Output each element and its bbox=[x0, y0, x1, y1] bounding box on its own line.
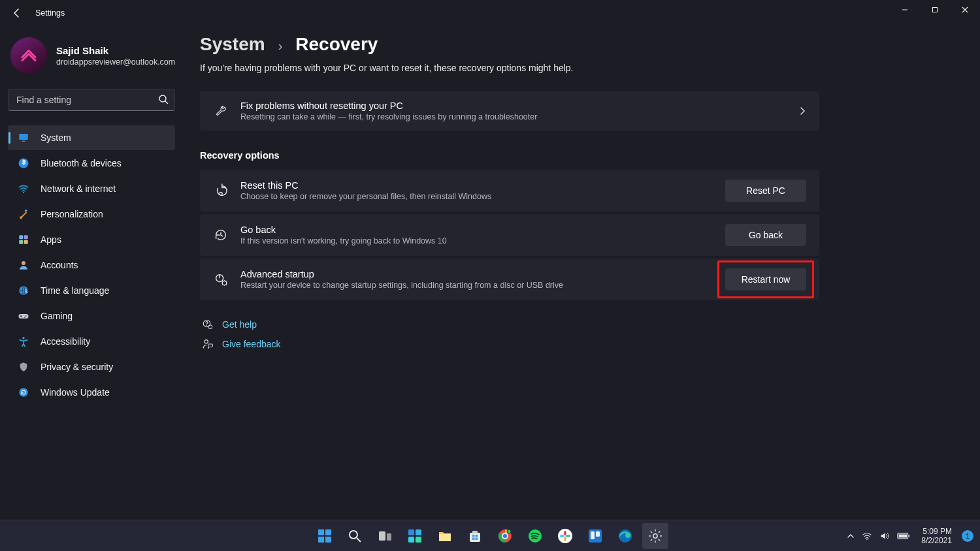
sidebar-item-label: Apps bbox=[41, 234, 61, 245]
svg-rect-37 bbox=[408, 529, 414, 535]
svg-rect-9 bbox=[19, 235, 23, 239]
feedback-label: Give feedback bbox=[222, 339, 281, 349]
svg-point-51 bbox=[507, 529, 511, 533]
main-content: System › Recovery If you're having probl… bbox=[200, 34, 840, 350]
sidebar-item-apps[interactable]: Apps bbox=[8, 227, 175, 252]
display-icon bbox=[17, 131, 30, 144]
page-title: Recovery bbox=[295, 34, 378, 55]
svg-rect-41 bbox=[439, 534, 451, 541]
svg-point-62 bbox=[653, 533, 657, 537]
svg-point-17 bbox=[24, 317, 25, 318]
svg-point-26 bbox=[208, 325, 212, 329]
svg-point-18 bbox=[22, 337, 24, 339]
sidebar-item-label: Time & language bbox=[41, 285, 109, 296]
globe-icon bbox=[17, 284, 30, 297]
svg-rect-38 bbox=[416, 529, 421, 535]
nav: SystemBluetooth & devicesNetwork & inter… bbox=[8, 125, 175, 405]
svg-point-25 bbox=[206, 325, 207, 326]
breadcrumb: System › Recovery bbox=[200, 34, 840, 55]
advanced-title: Advanced startup bbox=[240, 269, 563, 279]
edge-button[interactable] bbox=[612, 523, 638, 549]
notification-badge[interactable]: 1 bbox=[962, 530, 973, 542]
volume-icon[interactable] bbox=[879, 531, 890, 541]
slack-button[interactable] bbox=[552, 523, 578, 549]
sidebar-item-gaming[interactable]: Gaming bbox=[8, 304, 175, 328]
svg-point-16 bbox=[25, 315, 27, 317]
svg-rect-39 bbox=[408, 537, 414, 543]
reset-pc-button[interactable]: Reset PC bbox=[725, 180, 806, 202]
tray-overflow-icon[interactable] bbox=[847, 532, 855, 540]
svg-line-3 bbox=[165, 101, 168, 104]
maximize-button[interactable] bbox=[920, 0, 950, 20]
accessibility-icon bbox=[17, 335, 30, 348]
svg-rect-11 bbox=[19, 240, 23, 244]
history-icon bbox=[213, 227, 229, 243]
sidebar-item-bluetooth-devices[interactable]: Bluetooth & devices bbox=[8, 151, 175, 176]
sidebar-item-label: Accessibility bbox=[41, 336, 90, 347]
sidebar-item-network-internet[interactable]: Network & internet bbox=[8, 176, 175, 201]
sidebar: Sajid Shaik droidappsreviewer@outlook.co… bbox=[0, 27, 183, 405]
get-help-link[interactable]: Get help bbox=[200, 319, 840, 330]
bluetooth-icon bbox=[17, 157, 30, 170]
settings-taskbar-button[interactable] bbox=[642, 523, 668, 549]
gamepad-icon bbox=[17, 309, 30, 323]
spotify-button[interactable] bbox=[522, 523, 548, 549]
sidebar-item-label: Accounts bbox=[41, 260, 78, 270]
sidebar-item-system[interactable]: System bbox=[8, 125, 175, 150]
advanced-desc: Restart your device to change startup se… bbox=[240, 281, 563, 290]
sidebar-item-privacy-security[interactable]: Privacy & security bbox=[8, 354, 175, 379]
svg-point-27 bbox=[204, 340, 208, 343]
sidebar-item-time-language[interactable]: Time & language bbox=[8, 278, 175, 303]
svg-rect-5 bbox=[22, 141, 25, 142]
svg-rect-1 bbox=[933, 8, 938, 12]
svg-rect-12 bbox=[24, 240, 28, 244]
give-feedback-link[interactable]: Give feedback bbox=[200, 338, 840, 350]
svg-rect-47 bbox=[476, 537, 478, 540]
svg-rect-28 bbox=[208, 344, 213, 347]
fix-card-desc: Resetting can take a while — first, try … bbox=[240, 112, 537, 121]
task-view-button[interactable] bbox=[372, 523, 398, 549]
sidebar-item-label: Privacy & security bbox=[41, 362, 113, 372]
microsoft-store-button[interactable] bbox=[462, 523, 488, 549]
chevron-right-icon bbox=[798, 107, 806, 115]
reset-this-pc-row: Reset this PC Choose to keep or remove y… bbox=[200, 170, 819, 212]
sidebar-item-windows-update[interactable]: Windows Update bbox=[8, 380, 175, 405]
start-button[interactable] bbox=[312, 523, 338, 549]
minimize-button[interactable] bbox=[890, 0, 920, 20]
account-block[interactable]: Sajid Shaik droidappsreviewer@outlook.co… bbox=[8, 34, 175, 77]
sidebar-item-personalization[interactable]: Personalization bbox=[8, 202, 175, 227]
reset-title: Reset this PC bbox=[240, 180, 491, 191]
taskbar-search-button[interactable] bbox=[342, 523, 368, 549]
close-button[interactable] bbox=[950, 0, 980, 20]
shield-icon bbox=[17, 360, 30, 373]
search-input[interactable] bbox=[8, 89, 175, 111]
window-title: Settings bbox=[35, 8, 65, 18]
trello-button[interactable] bbox=[582, 523, 608, 549]
restart-now-button[interactable]: Restart now bbox=[725, 268, 806, 291]
back-button[interactable] bbox=[10, 7, 24, 20]
brush-icon bbox=[17, 208, 30, 221]
reset-icon bbox=[213, 183, 229, 198]
sidebar-item-accessibility[interactable]: Accessibility bbox=[8, 329, 175, 354]
go-back-row: Go back If this version isn't working, t… bbox=[200, 214, 819, 256]
svg-rect-43 bbox=[472, 531, 478, 533]
titlebar: Settings bbox=[0, 0, 980, 26]
sidebar-item-accounts[interactable]: Accounts bbox=[8, 253, 175, 277]
svg-point-50 bbox=[503, 533, 507, 537]
widgets-button[interactable] bbox=[402, 523, 428, 549]
go-back-button[interactable]: Go back bbox=[725, 224, 806, 246]
breadcrumb-parent[interactable]: System bbox=[200, 34, 265, 55]
battery-icon[interactable] bbox=[897, 531, 910, 541]
power-gear-icon bbox=[213, 272, 229, 287]
page-subtitle: If you're having problems with your PC o… bbox=[200, 63, 840, 73]
wifi-icon[interactable] bbox=[862, 531, 872, 541]
chrome-button[interactable] bbox=[492, 523, 518, 549]
user-name: Sajid Shaik bbox=[56, 45, 175, 56]
clock[interactable]: 5:09 PM 8/2/2021 bbox=[921, 527, 952, 545]
svg-point-13 bbox=[22, 261, 25, 265]
chevron-right-icon: › bbox=[276, 39, 286, 54]
sidebar-item-label: Gaming bbox=[41, 311, 73, 321]
fix-problems-card[interactable]: Fix problems without resetting your PC R… bbox=[200, 91, 819, 131]
svg-rect-36 bbox=[387, 533, 391, 541]
file-explorer-button[interactable] bbox=[432, 523, 458, 549]
